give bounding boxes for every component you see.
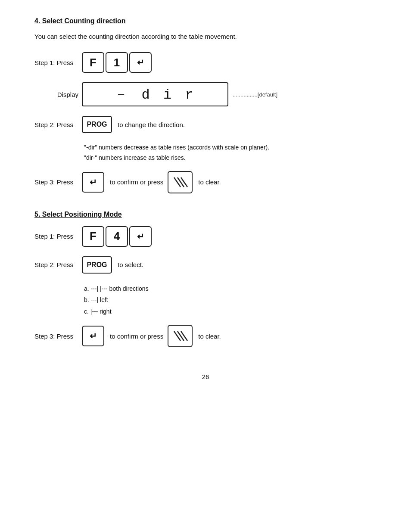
section5-step1-label: Step 1: Press <box>34 233 82 240</box>
key-enter-confirm-1: ↵ <box>82 172 104 193</box>
section4-notes: "-dir" numbers decrease as table rises (… <box>84 143 377 163</box>
section5-step2-label: Step 2: Press <box>34 261 82 268</box>
svg-line-3 <box>174 331 181 341</box>
section4-step3-end: to clear. <box>198 178 221 186</box>
section4-display-row: Display － d i r ................[default… <box>34 82 377 106</box>
section4-step2-label: Step 2: Press <box>34 121 82 128</box>
section5: 5. Select Positioning Mode Step 1: Press… <box>34 211 377 348</box>
svg-line-5 <box>181 331 187 341</box>
section4-step2-row: Step 2: Press PROG to change the directi… <box>34 116 377 133</box>
section4-step3-row: Step 3: Press ↵ to confirm or press to c… <box>34 171 377 193</box>
section5-step2-row: Step 2: Press PROG to select. <box>34 256 377 274</box>
svg-line-4 <box>177 331 184 341</box>
list-item-b: b. ---| left <box>84 294 377 306</box>
section4-step2-text: to change the direction. <box>118 121 185 128</box>
display-box: － d i r <box>82 82 228 106</box>
note1: "-dir" numbers decrease as table rises (… <box>84 143 377 153</box>
display-default: ................[default] <box>233 91 277 98</box>
key-enter-2: ↵ <box>129 226 152 247</box>
section4-step1-row: Step 1: Press F 1 ↵ <box>34 52 377 73</box>
key-enter-confirm-2: ↵ <box>82 326 104 346</box>
section5-list: a. ---| |--- both directions b. ---| lef… <box>84 283 377 317</box>
display-value: － d i r <box>114 85 196 104</box>
svg-line-0 <box>174 177 181 187</box>
list-item-c: c. |--- right <box>84 306 377 317</box>
prog-key-label: PROG <box>87 121 107 128</box>
svg-line-1 <box>177 177 184 187</box>
note2: "dir-" numbers increase as table rises. <box>84 153 377 163</box>
key-enter-1: ↵ <box>129 52 152 73</box>
key-prog-1: PROG <box>82 116 112 133</box>
display-label: Display <box>34 91 82 98</box>
key-4: 4 <box>106 226 128 247</box>
list-item-a: a. ---| |--- both directions <box>84 283 377 295</box>
section4-intro: You can select the counting direction ac… <box>34 33 377 40</box>
section5-step3-end: to clear. <box>198 333 221 340</box>
prog-key-label-2: PROG <box>87 261 107 269</box>
section4-title: 4. Select Counting direction <box>34 17 377 25</box>
section5-step3-label: Step 3: Press <box>34 333 82 340</box>
svg-line-2 <box>181 177 187 187</box>
key-f-2: F <box>82 226 104 247</box>
clear-icon <box>172 174 188 190</box>
key-clear-2 <box>168 325 193 347</box>
key-1: 1 <box>106 52 128 73</box>
clear-icon-2 <box>172 328 188 344</box>
section4-step3-label: Step 3: Press <box>34 178 82 186</box>
section4: 4. Select Counting direction You can sel… <box>34 17 377 193</box>
key-f: F <box>82 52 104 73</box>
section4-step1-label: Step 1: Press <box>34 59 82 66</box>
section5-step1-row: Step 1: Press F 4 ↵ <box>34 226 377 247</box>
section5-title: 5. Select Positioning Mode <box>34 211 377 218</box>
section5-step3-row: Step 3: Press ↵ to confirm or press to c… <box>34 325 377 347</box>
key-prog-2: PROG <box>82 256 112 274</box>
key-clear-1 <box>168 171 193 193</box>
section5-step2-text: to select. <box>118 261 143 268</box>
page-number: 26 <box>34 373 377 380</box>
section4-step3-mid: to confirm or press <box>110 178 163 186</box>
section5-step3-mid: to confirm or press <box>110 333 163 340</box>
